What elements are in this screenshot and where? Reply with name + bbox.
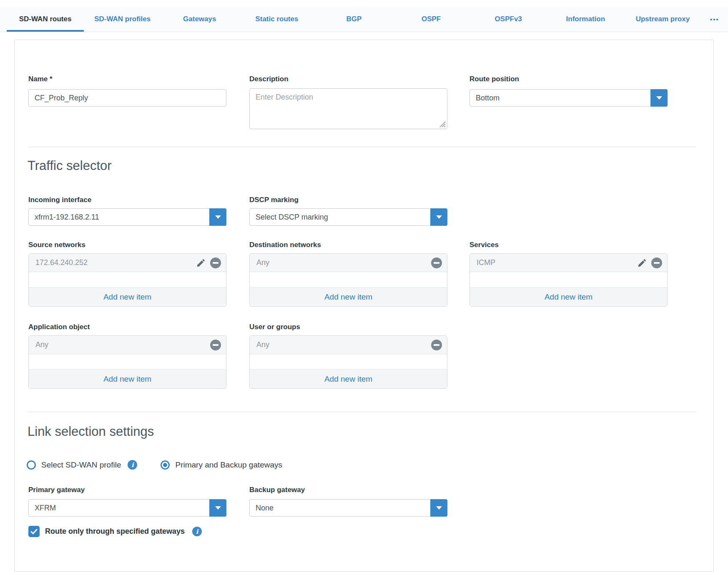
primary-gateway-value: XFRM	[29, 500, 226, 516]
remove-icon[interactable]	[210, 340, 221, 350]
primary-gateway-label: Primary gateway	[28, 486, 85, 494]
section-divider	[28, 147, 695, 147]
info-icon[interactable]: i	[192, 527, 202, 536]
primary-backup-gateways-radio[interactable]	[161, 460, 170, 470]
add-new-item-button[interactable]: Add new item	[470, 287, 667, 306]
checkmark-icon	[30, 529, 38, 535]
list-item: Any	[250, 336, 447, 354]
application-object-listbox: Any Add new item	[28, 335, 226, 389]
services-label: Services	[469, 241, 499, 249]
info-icon[interactable]: i	[128, 460, 137, 470]
name-input[interactable]	[28, 89, 226, 107]
backup-gateway-label: Backup gateway	[249, 486, 305, 494]
tab-upstream-proxy[interactable]: Upstream proxy	[624, 7, 701, 32]
tab-sdwan-profiles[interactable]: SD-WAN profiles	[84, 7, 161, 32]
backup-gateway-dropdown[interactable]: None	[249, 499, 447, 517]
route-position-value: Bottom	[470, 90, 667, 106]
tab-ospfv3[interactable]: OSPFv3	[470, 7, 547, 32]
chevron-down-icon[interactable]	[650, 89, 668, 107]
remove-icon[interactable]	[210, 258, 221, 268]
more-tabs-icon[interactable]: •••	[701, 7, 728, 32]
radio-label: Select SD-WAN profile	[41, 460, 121, 470]
add-new-item-button[interactable]: Add new item	[250, 369, 447, 388]
traffic-selector-heading: Traffic selector	[28, 158, 112, 173]
tab-ospf[interactable]: OSPF	[393, 7, 470, 32]
add-new-item-button[interactable]: Add new item	[29, 287, 226, 306]
remove-icon[interactable]	[431, 340, 442, 350]
listbox-empty-area	[470, 272, 667, 287]
radio-label: Primary and Backup gateways	[175, 460, 282, 470]
user-or-groups-listbox: Any Add new item	[249, 335, 447, 389]
user-or-groups-label: User or groups	[249, 323, 300, 331]
chevron-down-icon[interactable]	[209, 499, 226, 517]
destination-networks-listbox: Any Add new item	[249, 253, 447, 307]
list-item-value: Any	[256, 340, 431, 349]
chevron-down-icon[interactable]	[209, 208, 226, 226]
source-networks-label: Source networks	[28, 241, 85, 249]
route-only-checkbox[interactable]	[28, 526, 40, 537]
listbox-empty-area	[250, 354, 447, 369]
route-position-dropdown[interactable]: Bottom	[469, 89, 668, 107]
add-new-item-button[interactable]: Add new item	[250, 287, 447, 306]
resize-grip-icon[interactable]	[439, 121, 446, 128]
select-sdwan-profile-radio[interactable]	[27, 460, 36, 470]
link-selection-heading: Link selection settings	[28, 424, 154, 439]
list-item-value: 172.64.240.252	[35, 258, 196, 267]
description-textarea[interactable]	[249, 88, 447, 129]
name-label: Name *	[28, 75, 53, 83]
route-position-label: Route position	[469, 75, 519, 83]
listbox-empty-area	[250, 272, 447, 287]
remove-icon[interactable]	[651, 258, 662, 268]
incoming-interface-dropdown[interactable]: xfrm1-192.168.2.11	[28, 208, 226, 226]
listbox-empty-area	[29, 354, 226, 369]
tab-static-routes[interactable]: Static routes	[238, 7, 315, 32]
section-divider	[28, 412, 695, 412]
tab-gateways[interactable]: Gateways	[161, 7, 238, 32]
dscp-marking-dropdown[interactable]: Select DSCP marking	[249, 208, 447, 226]
list-item: Any	[250, 254, 447, 272]
backup-gateway-value: None	[250, 500, 447, 516]
list-item: 172.64.240.252	[29, 254, 226, 272]
tab-bgp[interactable]: BGP	[315, 7, 392, 32]
services-listbox: ICMP Add new item	[469, 253, 668, 307]
add-new-item-button[interactable]: Add new item	[29, 369, 226, 388]
list-item: ICMP	[470, 254, 667, 272]
list-item-value: Any	[35, 340, 210, 349]
incoming-interface-label: Incoming interface	[28, 196, 91, 204]
incoming-interface-value: xfrm1-192.168.2.11	[29, 209, 226, 225]
primary-gateway-dropdown[interactable]: XFRM	[28, 499, 226, 517]
tab-information[interactable]: Information	[547, 7, 624, 32]
dscp-marking-label: DSCP marking	[249, 196, 299, 204]
listbox-empty-area	[29, 272, 226, 287]
edit-icon[interactable]	[637, 258, 647, 268]
chevron-down-icon[interactable]	[430, 208, 447, 226]
link-selection-radio-group: Select SD-WAN profile i Primary and Back…	[27, 460, 282, 470]
edit-icon[interactable]	[196, 258, 206, 268]
application-object-label: Application object	[28, 323, 90, 331]
chevron-down-icon[interactable]	[430, 499, 447, 517]
description-label: Description	[249, 75, 289, 83]
list-item-value: Any	[256, 258, 431, 267]
tab-sdwan-routes[interactable]: SD-WAN routes	[7, 7, 84, 32]
checkbox-label: Route only through specified gateways	[45, 527, 185, 536]
dscp-marking-value: Select DSCP marking	[250, 209, 447, 225]
route-only-checkbox-row: Route only through specified gateways i	[28, 526, 202, 537]
destination-networks-label: Destination networks	[249, 241, 321, 249]
list-item: Any	[29, 336, 226, 354]
description-field-wrap	[249, 88, 447, 129]
remove-icon[interactable]	[431, 258, 442, 268]
list-item-value: ICMP	[477, 258, 637, 267]
source-networks-listbox: 172.64.240.252 Add new item	[28, 253, 226, 307]
tab-bar: SD-WAN routes SD-WAN profiles Gateways S…	[0, 7, 728, 32]
